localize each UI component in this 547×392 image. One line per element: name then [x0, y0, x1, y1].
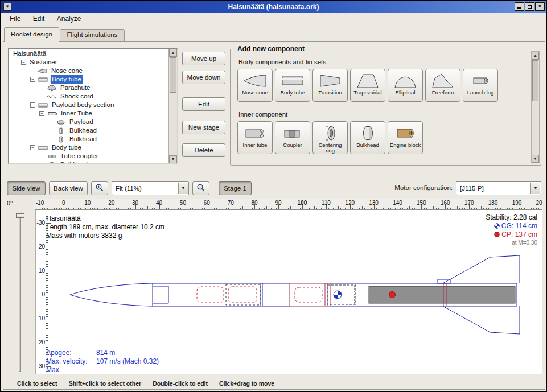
- add-elliptical-button[interactable]: Elliptical: [388, 69, 423, 102]
- close-button[interactable]: ✕: [535, 2, 545, 11]
- ruler-tick: [56, 208, 57, 209]
- rotation-slider[interactable]: [19, 213, 21, 372]
- add-engine-block-button[interactable]: Engine block: [388, 121, 423, 154]
- motor-configuration-value: [J115-P]: [460, 185, 484, 192]
- tree-item-label: Shock cord: [59, 92, 94, 101]
- minimize-button[interactable]: [515, 2, 524, 11]
- tree-scrollbar-thumb[interactable]: [170, 57, 176, 93]
- zoom-level-select[interactable]: Fit (11%) ▼: [112, 181, 189, 195]
- zoom-out-button[interactable]: [192, 181, 209, 195]
- menu-analyze[interactable]: Analyze: [52, 13, 87, 25]
- ruler-tick: [464, 208, 465, 209]
- collapse-icon[interactable]: −: [30, 77, 35, 82]
- side-view-button[interactable]: Side view: [7, 181, 46, 195]
- motor-configuration-select[interactable]: [J115-P] ▼: [456, 181, 541, 195]
- scroll-down-icon[interactable]: ▼: [169, 155, 177, 163]
- add-freeform-button[interactable]: Freeform: [425, 69, 460, 102]
- ruler-tick: [46, 321, 48, 321]
- payload-body-section[interactable]: [289, 283, 331, 306]
- add-centering-ring-button[interactable]: Centering ring: [312, 121, 348, 154]
- tab-flight-simulations[interactable]: Flight simulations: [60, 29, 125, 42]
- scroll-up-icon[interactable]: ▲: [532, 52, 539, 60]
- move-up-button[interactable]: Move up: [182, 52, 225, 65]
- body-components-label: Body components and fin sets: [238, 59, 326, 65]
- add-trapezoidal-button[interactable]: Trapezoidal: [350, 69, 385, 102]
- tree-item-parachute[interactable]: Parachute: [9, 84, 168, 92]
- tree-item-sustainer[interactable]: −Sustainer: [9, 58, 168, 67]
- tree-item-payload-body-section[interactable]: −Payload body section: [9, 101, 168, 109]
- ruler-tick: [73, 208, 74, 209]
- ruler-tick: [219, 206, 219, 209]
- tree-item-haisun-t[interactable]: Haisunäätä: [9, 49, 168, 58]
- ruler-tick: [257, 208, 257, 209]
- ruler-tick: [450, 208, 451, 209]
- move-down-button[interactable]: Move down: [182, 71, 225, 84]
- nose-cone[interactable]: [70, 283, 153, 306]
- back-view-button[interactable]: Back view: [49, 181, 88, 195]
- tree-item-shock-cord[interactable]: Shock cord: [9, 92, 168, 101]
- add-inner-tube-button[interactable]: Inner tube: [237, 121, 273, 154]
- collapse-icon[interactable]: −: [39, 111, 44, 116]
- tree-item-tube-coupler[interactable]: Tube coupler: [9, 152, 168, 160]
- rotation-slider-handle[interactable]: [16, 213, 24, 218]
- tree-item-payload[interactable]: Payload: [9, 118, 168, 126]
- tree-item-body-tube[interactable]: −Body tube: [9, 143, 168, 152]
- scroll-down-icon[interactable]: ▼: [532, 155, 539, 163]
- shockcord-icon: [46, 93, 57, 100]
- edit-button[interactable]: Edit: [182, 97, 225, 111]
- collapse-icon[interactable]: −: [30, 102, 35, 108]
- fin-bottom[interactable]: [443, 306, 520, 334]
- stability-value: Stability: 2.28 cal: [486, 213, 537, 221]
- ruler-tick: [195, 206, 195, 209]
- ruler-tick: [331, 208, 331, 209]
- component-button-label: Centering ring: [313, 142, 347, 154]
- collapse-icon[interactable]: −: [30, 145, 35, 150]
- chevron-down-icon[interactable]: ▼: [178, 183, 188, 194]
- coupler-icon: [46, 153, 57, 160]
- titlebar[interactable]: ▼ Haisunäätä (haisunaata.ork) ✕: [1, 1, 546, 13]
- tree-item-body-tube[interactable]: −Body tube: [9, 75, 168, 84]
- ruler-label: -20: [36, 244, 45, 250]
- maximize-button[interactable]: [525, 2, 534, 11]
- tree-scrollbar[interactable]: ▲ ▼: [168, 49, 177, 163]
- tree-item-label: Nose cone: [50, 67, 84, 75]
- add-panel-scrollbar[interactable]: ▲ ▼: [531, 51, 540, 163]
- add-body-tube-button[interactable]: Body tube: [275, 69, 310, 102]
- ruler-tick: [471, 208, 472, 209]
- tree-item-bulkhead[interactable]: Bulkhead: [9, 135, 168, 143]
- tree-item-label: Payload body section: [51, 101, 115, 109]
- collapse-icon[interactable]: −: [21, 60, 26, 65]
- stage-1-toggle[interactable]: Stage 1: [219, 181, 252, 195]
- chevron-down-icon[interactable]: ▼: [530, 183, 540, 194]
- ruler-tick: [328, 208, 329, 209]
- delete-button[interactable]: Delete: [182, 143, 225, 157]
- add-transition-button[interactable]: Transition: [312, 69, 348, 102]
- ruler-tick: [252, 208, 253, 209]
- new-stage-button[interactable]: New stage: [182, 121, 225, 134]
- add-launch-lug-button[interactable]: Launch lug: [463, 69, 498, 102]
- ruler-tick: [383, 208, 384, 209]
- tree-item-nose-cone[interactable]: Nose cone: [9, 67, 168, 75]
- coupler-icon: [280, 124, 305, 142]
- fin-top[interactable]: [443, 255, 520, 283]
- ruler-tick: [128, 208, 129, 209]
- menu-file[interactable]: File: [5, 13, 26, 25]
- ruler-tick: [429, 208, 429, 209]
- ruler-tick: [417, 208, 417, 209]
- add-nose-cone-button[interactable]: Nose cone: [237, 69, 273, 102]
- menu-edit[interactable]: Edit: [28, 13, 50, 25]
- tree-item-bulkhead[interactable]: Bulkhead: [9, 126, 168, 135]
- tab-rocket-design[interactable]: Rocket design: [4, 27, 59, 42]
- scroll-up-icon[interactable]: ▲: [169, 49, 177, 57]
- ruler-tick: [150, 208, 150, 209]
- tree-item-bulkhead[interactable]: Bulkhead: [9, 160, 168, 163]
- add-panel-scrollbar-thumb[interactable]: [532, 60, 538, 101]
- tree-item-inner-tube[interactable]: −Inner Tube: [9, 109, 168, 118]
- add-bulkhead-button[interactable]: Bulkhead: [350, 121, 385, 154]
- rocket-canvas[interactable]: -30-20-100102030 Haisunäätä Length 189 c…: [35, 210, 542, 374]
- ruler-tick: [527, 208, 527, 209]
- add-coupler-button[interactable]: Coupler: [275, 121, 310, 154]
- ruler-tick: [226, 208, 227, 209]
- zoom-in-button[interactable]: [91, 181, 108, 195]
- ruler-tick: [157, 208, 157, 209]
